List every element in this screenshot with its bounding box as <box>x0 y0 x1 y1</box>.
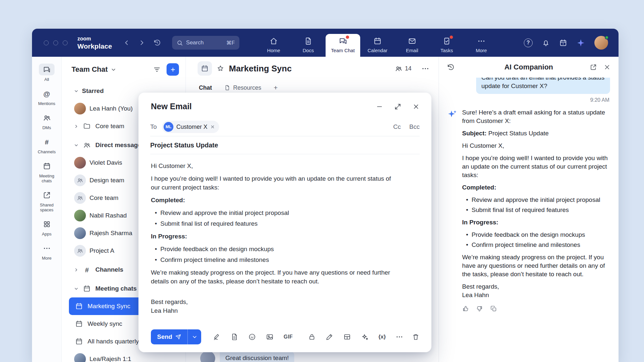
toolbar-more-icon[interactable] <box>395 333 403 341</box>
send-button[interactable]: Send <box>151 329 187 344</box>
user-avatar[interactable] <box>594 36 608 50</box>
rail-item-shared-spaces[interactable]: Shared spaces <box>33 186 61 215</box>
rail-item-meeting-chats[interactable]: Meeting chats <box>33 157 61 186</box>
recipient-chip[interactable]: ML Customer X <box>162 121 219 133</box>
pencil-icon[interactable] <box>326 333 333 341</box>
add-tab-button[interactable]: + <box>274 84 278 92</box>
notifications-bell-icon[interactable] <box>542 39 550 47</box>
avatar <box>74 210 86 221</box>
close-icon[interactable] <box>412 103 420 110</box>
calendar-icon <box>74 320 84 328</box>
group-avatar <box>74 174 86 186</box>
ai-sparkle-icon <box>447 109 457 119</box>
new-chat-button[interactable] <box>167 63 179 76</box>
meeting-chats-calendar-icon <box>39 160 55 172</box>
tab-resources[interactable]: Resources <box>224 84 261 91</box>
rail-item-more[interactable]: More <box>33 239 61 264</box>
channels-hash-icon: # <box>39 136 55 148</box>
top-bar: zoom Workplace ⌘F Home Docs <box>32 29 619 57</box>
avatar <box>74 157 86 169</box>
emoji-icon[interactable] <box>248 333 256 341</box>
minimize-icon[interactable] <box>376 103 383 110</box>
template-file-icon[interactable] <box>231 333 238 341</box>
tab-chat[interactable]: Chat <box>199 84 212 91</box>
new-email-modal: New Email To ML Customer X Cc Bcc Projec… <box>138 93 431 352</box>
channel-calendar-badge <box>198 61 212 76</box>
forward-button[interactable] <box>138 39 145 46</box>
chat-message: Great discussion team! <box>200 351 294 362</box>
channel-header: Marketing Sync 14 <box>186 57 439 80</box>
help-icon[interactable]: ? <box>524 38 533 47</box>
search-box[interactable]: ⌘F <box>172 36 239 50</box>
delete-draft-icon[interactable] <box>412 333 420 341</box>
gif-icon[interactable]: GIF <box>283 334 293 340</box>
nav-calendar[interactable]: Calendar <box>360 29 395 57</box>
open-in-window-icon[interactable] <box>590 64 597 71</box>
history-icon[interactable] <box>153 39 161 47</box>
member-count[interactable]: 14 <box>395 65 411 72</box>
shared-spaces-icon <box>39 189 55 201</box>
people-icon <box>82 141 92 149</box>
message-bubble: Great discussion team! <box>220 351 294 362</box>
cc-button[interactable]: Cc <box>393 123 401 130</box>
to-label: To <box>150 123 157 130</box>
window-close-button[interactable] <box>44 40 49 45</box>
chevron-down-icon <box>74 89 78 93</box>
all-chats-icon <box>39 64 55 75</box>
search-input[interactable] <box>186 39 217 46</box>
nav-email[interactable]: Email <box>395 29 429 57</box>
variables-icon[interactable]: {x} <box>378 334 386 340</box>
back-button[interactable] <box>123 39 130 46</box>
folder-icon <box>82 122 92 130</box>
avatar <box>74 353 86 362</box>
thumbs-up-icon[interactable] <box>462 305 469 312</box>
window-zoom-button[interactable] <box>63 40 68 45</box>
email-body-editor[interactable]: Hi Customer X, I hope you’re doing well!… <box>138 154 406 325</box>
copy-icon[interactable] <box>490 305 497 312</box>
rail-item-all[interactable]: All <box>33 61 61 85</box>
remove-recipient-icon[interactable] <box>210 125 215 129</box>
app-window: zoom Workplace ⌘F Home Docs <box>32 29 619 362</box>
lock-icon[interactable] <box>308 333 316 341</box>
schedule-calendar-icon[interactable] <box>559 39 567 47</box>
ai-sparkle-icon[interactable] <box>361 333 369 341</box>
rail-item-apps[interactable]: Apps <box>33 215 61 239</box>
image-icon[interactable] <box>266 333 274 341</box>
rail-item-dms[interactable]: DMs <box>33 109 61 133</box>
layout-icon[interactable] <box>343 333 351 341</box>
main-nav: Home Docs Team Chat Calendar Email <box>256 29 499 57</box>
tasks-icon <box>443 37 451 45</box>
team-chat-icon <box>339 37 347 45</box>
bcc-button[interactable]: Bcc <box>409 123 420 130</box>
subject-field[interactable]: Project Status Update <box>150 136 420 154</box>
tasks-notification-badge <box>450 36 453 39</box>
recipient-avatar: ML <box>164 122 173 132</box>
nav-team-chat[interactable]: Team Chat <box>326 34 360 57</box>
expand-icon[interactable] <box>394 103 401 110</box>
ai-response-text: Sure! Here’s a draft email asking for a … <box>462 108 610 303</box>
search-shortcut: ⌘F <box>226 40 235 46</box>
star-icon[interactable] <box>217 65 224 72</box>
signature-pen-icon[interactable] <box>213 333 221 341</box>
nav-docs[interactable]: Docs <box>291 29 326 57</box>
close-panel-icon[interactable] <box>604 64 611 71</box>
rail-item-mentions[interactable]: @ Mentions <box>33 85 61 109</box>
nav-home[interactable]: Home <box>256 29 291 57</box>
nav-tasks[interactable]: Tasks <box>429 29 464 57</box>
signature-block: Best regards, Lea Hahn <box>151 297 394 315</box>
ai-panel-header: AI Companion <box>439 57 619 78</box>
rail-item-channels[interactable]: # Channels <box>33 133 61 157</box>
thumbs-down-icon[interactable] <box>476 305 483 312</box>
nav-more[interactable]: More <box>464 29 499 57</box>
calendar-icon <box>74 302 84 310</box>
chevron-down-icon[interactable] <box>111 67 116 72</box>
logo-workplace: Workplace <box>77 43 112 50</box>
window-minimize-button[interactable] <box>53 40 58 45</box>
send-options-chevron[interactable] <box>187 329 201 344</box>
channel-more-icon[interactable] <box>421 65 429 73</box>
window-controls <box>44 40 68 45</box>
sidebar-title[interactable]: Team Chat <box>72 65 108 74</box>
ai-history-icon[interactable] <box>447 63 455 71</box>
ai-companion-sparkle-icon[interactable] <box>576 38 585 47</box>
filter-icon[interactable] <box>153 66 161 73</box>
